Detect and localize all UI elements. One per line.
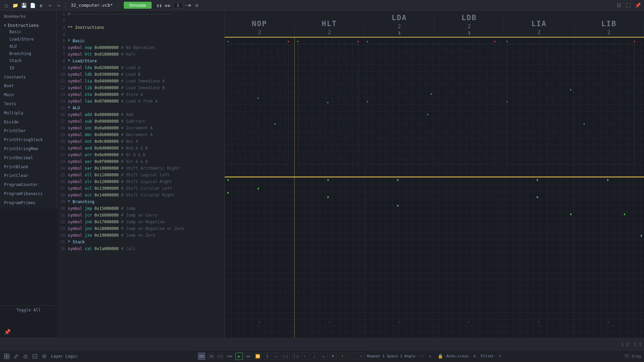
pencil-icon[interactable]	[12, 352, 20, 360]
back-icon[interactable]: |◁	[292, 353, 299, 360]
toolbar-right: ☷ ⛶ 📌	[615, 2, 641, 9]
svg-line-77	[588, 44, 635, 61]
filter-label: Filter	[481, 354, 494, 358]
code-line-14: 14 symbol laa 0x07000000 # Load A from A	[57, 98, 224, 105]
code-editor[interactable]: 1 #-------------------------------------…	[57, 11, 225, 338]
sidebar-item-io[interactable]: IO	[3, 65, 54, 72]
svg-line-73	[534, 44, 635, 130]
fullscreen-icon[interactable]: ⛶	[625, 2, 632, 9]
svg-line-74	[547, 44, 635, 113]
split-icon[interactable]	[217, 353, 224, 360]
fast-fwd-icon[interactable]: ⟫	[264, 353, 271, 360]
signal-high-icon[interactable]: ↑	[301, 353, 309, 360]
auto-cross-label: Auto-cross	[446, 354, 469, 358]
step-fwd-button[interactable]: ⏭	[245, 353, 252, 360]
speed-slider[interactable]	[184, 2, 192, 9]
sidebar-item-printclear[interactable]: PrintClear	[0, 171, 57, 180]
code-line-4: 4	[57, 31, 224, 38]
sidebar-item-constants[interactable]: Constants	[0, 73, 57, 82]
sidebar-item-branching[interactable]: Branching	[3, 50, 54, 58]
open-icon[interactable]: 📁	[11, 2, 19, 9]
svg-rect-47	[297, 41, 298, 42]
sidebar-item-printblank[interactable]: PrintBlank	[0, 163, 57, 172]
pin-icon[interactable]: 📌	[634, 2, 641, 9]
bookmarks-item[interactable]: Bookmarks	[0, 12, 57, 21]
more-icon[interactable]: ⋯	[358, 353, 365, 360]
sidebar-item-printdecimal[interactable]: PrintDecimal	[0, 154, 57, 163]
new-file-icon[interactable]: □	[3, 2, 10, 9]
sidebar-item-loadstore[interactable]: Load/Store	[3, 36, 54, 43]
eraser-icon[interactable]	[21, 352, 30, 360]
skip-end-icon[interactable]: ▷|	[282, 353, 290, 360]
toggle-all-button[interactable]: Toggle All	[0, 305, 57, 314]
filter-icon[interactable]: ▽	[496, 352, 504, 360]
code-line-15: 15 * ALU	[57, 105, 224, 111]
grid-icon[interactable]: ☷	[615, 2, 623, 9]
redo-icon[interactable]: ↪	[55, 2, 62, 9]
flag-icon[interactable]: ⚑	[329, 353, 337, 360]
svg-line-62	[368, 113, 441, 164]
svg-line-51	[368, 44, 495, 164]
connect-icon[interactable]	[226, 353, 233, 360]
play-button[interactable]: ▶	[235, 353, 243, 360]
svg-line-57	[448, 44, 495, 61]
sidebar-item-multiply[interactable]: Multiply	[0, 109, 57, 118]
up-down-icon[interactable]: ↕	[426, 352, 434, 360]
cursor-icon[interactable]	[31, 352, 39, 360]
zoom-in-icon[interactable]: +	[339, 353, 346, 360]
sidebar-item-printstringmem[interactable]: PrintStringMem	[0, 144, 57, 154]
waveform-area[interactable]: NOP 2 HLT 2 LDA 2 3 LDB 2 3 LIA 2	[225, 11, 644, 338]
skip-fwd-icon[interactable]: ⏩	[254, 353, 262, 360]
zoom-out-icon[interactable]: -	[348, 353, 356, 360]
sidebar-item-alu[interactable]: ALU	[3, 43, 54, 50]
status-bar: L 2 C 1	[0, 338, 644, 350]
sidebar-item-programfibonacci[interactable]: ProgramFibonacci	[0, 189, 57, 198]
svg-point-128	[228, 356, 229, 357]
sidebar-item-stack[interactable]: Stack	[3, 57, 54, 65]
sidebar-item-boot[interactable]: Boot	[0, 81, 57, 90]
waveform-view-icon[interactable]	[198, 353, 205, 360]
svg-line-36	[331, 44, 358, 112]
svg-rect-95	[397, 205, 398, 206]
sidebar-item-tests[interactable]: Tests	[0, 100, 57, 109]
code-line-17: 17 symbol sub 0x09000000 # Subtract	[57, 118, 224, 125]
sidebar-item-basic[interactable]: Basic	[3, 28, 54, 36]
save-as-icon[interactable]: 📄	[29, 2, 36, 9]
sidebar-item-printchar[interactable]: PrintChar	[0, 126, 57, 135]
grid-tool-icon[interactable]	[3, 352, 11, 360]
speed-input[interactable]	[173, 2, 183, 8]
undo-icon[interactable]: ↩	[46, 2, 54, 9]
sidebar-item-programcounter[interactable]: ProgramCounter	[0, 180, 57, 189]
svg-line-52	[381, 44, 495, 147]
sidebar-item-printstringstack[interactable]: PrintStringStack	[0, 135, 57, 144]
code-line-3: 3 ** Instructions	[57, 24, 224, 31]
waveform-body[interactable]: + + + + + +	[225, 38, 644, 338]
cycle-icon[interactable]: ↻	[320, 353, 327, 360]
pin-bottom-icon: 📌	[4, 329, 11, 335]
svg-rect-84	[506, 41, 507, 42]
lock-icon[interactable]: 🔒	[436, 352, 444, 360]
sidebar-item-divide[interactable]: Divide	[0, 118, 57, 127]
svg-line-80	[507, 96, 594, 164]
sidebar-item-main[interactable]: Main	[0, 90, 57, 100]
step-icon[interactable]: ▶▶	[164, 2, 172, 9]
svg-line-63	[368, 130, 428, 164]
signal-low-icon[interactable]: ↓	[311, 353, 318, 360]
instructions-header[interactable]: ▼ Instructions	[3, 22, 54, 28]
play-from-icon[interactable]: ▷	[273, 353, 280, 360]
code-line-11: 11 symbol lia 0x04000000 # Load Immediat…	[57, 78, 224, 84]
clock-icon[interactable]: ◐	[38, 2, 45, 9]
sidebar-item-programprimes[interactable]: ProgramPrimes	[0, 198, 57, 207]
layer-logic-icon[interactable]	[40, 352, 48, 360]
toolbar-separator2	[118, 2, 118, 9]
layout-icon[interactable]	[207, 353, 215, 360]
svg-line-32	[305, 44, 358, 153]
svg-rect-88	[584, 123, 585, 125]
auto-cross-icon[interactable]: ⊕	[471, 352, 479, 360]
simulate-button[interactable]: Simulate	[124, 2, 152, 9]
save-icon[interactable]: 💾	[20, 2, 28, 9]
svg-rect-29	[274, 123, 275, 125]
code-line-6: 6 symbol nop 0x00000000 # No Operation	[57, 44, 224, 51]
pause-icon[interactable]: ▮▮	[156, 2, 163, 9]
settings-icon[interactable]: ⚙	[193, 2, 201, 9]
